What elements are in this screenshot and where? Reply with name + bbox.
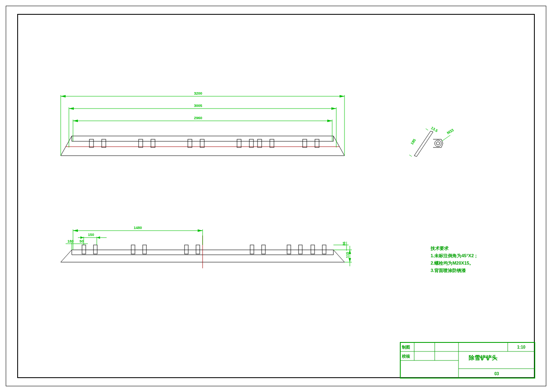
svg-rect-8 — [89, 139, 94, 147]
svg-line-74 — [414, 131, 431, 156]
top-dim-2960: 2960 — [73, 116, 332, 141]
svg-point-78 — [435, 140, 441, 147]
svg-line-84 — [409, 155, 412, 156]
dim-180: 180 — [67, 239, 73, 243]
svg-rect-52 — [299, 245, 302, 254]
svg-rect-11 — [151, 139, 155, 147]
svg-rect-50 — [262, 245, 265, 254]
svg-rect-16 — [258, 139, 262, 147]
svg-line-86 — [442, 135, 450, 141]
title-block: 制图 校核 除雪铲铲头 1:10 03 — [400, 342, 535, 378]
drawing-canvas: 3200 3005 2960 — [0, 0, 552, 392]
dim-2960: 2960 — [194, 116, 202, 120]
dim-13-5: 13.5 — [430, 126, 438, 133]
notes-title: 技术要求 — [430, 246, 449, 251]
drawing-sheet: 3200 3005 2960 — [0, 0, 552, 392]
dim-50: 50 — [80, 239, 84, 243]
svg-rect-54 — [322, 245, 326, 254]
svg-rect-19 — [315, 139, 319, 147]
top-view: 3200 3005 2960 — [61, 91, 344, 156]
svg-line-76 — [414, 156, 417, 156]
dim-185: 185 — [410, 138, 417, 145]
svg-rect-43 — [82, 245, 86, 254]
tb-num: 03 — [494, 372, 499, 376]
svg-marker-28 — [69, 107, 74, 110]
top-dim-3005: 3005 — [69, 104, 336, 147]
dim-150: 150 — [88, 233, 94, 237]
notes-l3: 3.背面喷涂防锈漆 — [431, 268, 466, 273]
svg-marker-29 — [331, 107, 336, 110]
svg-marker-70 — [349, 258, 351, 262]
svg-rect-45 — [131, 245, 135, 254]
svg-marker-34 — [327, 120, 332, 122]
top-bolts — [89, 139, 319, 147]
bottom-view: 1480 150 180 50 115 36 — [61, 226, 352, 268]
svg-line-2 — [333, 136, 344, 156]
tb-r2: 校核 — [401, 354, 410, 358]
svg-rect-15 — [249, 139, 253, 147]
side-view: 185 13.5 M33 — [409, 126, 454, 156]
dim-m33: M33 — [446, 128, 454, 135]
svg-line-77 — [431, 131, 433, 132]
svg-line-82 — [441, 139, 443, 143]
svg-rect-49 — [250, 245, 254, 254]
dim-115: 115 — [345, 252, 349, 258]
dim-3005: 3005 — [194, 104, 202, 108]
svg-rect-47 — [185, 245, 188, 254]
svg-rect-44 — [94, 245, 97, 254]
bot-bolts — [82, 245, 326, 254]
svg-rect-17 — [270, 139, 274, 147]
tb-scale: 1:10 — [517, 345, 525, 349]
notes-l2: 2.螺栓均为M20X15。 — [431, 261, 474, 265]
dim-3200: 3200 — [194, 91, 202, 95]
svg-marker-58 — [73, 229, 78, 232]
notes-l1: 1.未标注倒角为45°X2； — [431, 253, 478, 258]
svg-rect-48 — [196, 245, 200, 254]
dim-1480: 1480 — [134, 226, 142, 230]
svg-marker-59 — [198, 229, 203, 232]
svg-line-85 — [426, 129, 428, 130]
svg-point-79 — [436, 142, 440, 145]
svg-rect-46 — [143, 245, 146, 254]
svg-rect-18 — [303, 139, 307, 147]
tb-title: 除雪铲铲头 — [469, 354, 497, 361]
svg-marker-64 — [97, 236, 100, 239]
svg-marker-24 — [340, 95, 344, 97]
svg-rect-53 — [311, 245, 315, 254]
svg-rect-12 — [188, 139, 192, 147]
svg-line-1 — [61, 136, 72, 156]
svg-rect-14 — [237, 139, 241, 147]
svg-line-83 — [441, 143, 443, 147]
svg-line-75 — [417, 132, 433, 156]
svg-rect-10 — [139, 139, 143, 147]
tech-notes: 技术要求 1.未标注倒角为45°X2； 2.螺栓均为M20X15。 3.背面喷涂… — [430, 246, 478, 273]
tb-r1: 制图 — [401, 345, 410, 349]
svg-marker-63 — [80, 236, 84, 239]
svg-line-37 — [333, 250, 344, 262]
svg-marker-33 — [73, 120, 78, 122]
svg-rect-51 — [287, 245, 291, 254]
svg-marker-23 — [61, 95, 66, 97]
svg-rect-13 — [200, 139, 204, 147]
svg-rect-9 — [102, 139, 106, 147]
top-dim-3200: 3200 — [61, 91, 344, 156]
dim-36: 36 — [342, 242, 346, 246]
svg-line-36 — [61, 250, 72, 262]
